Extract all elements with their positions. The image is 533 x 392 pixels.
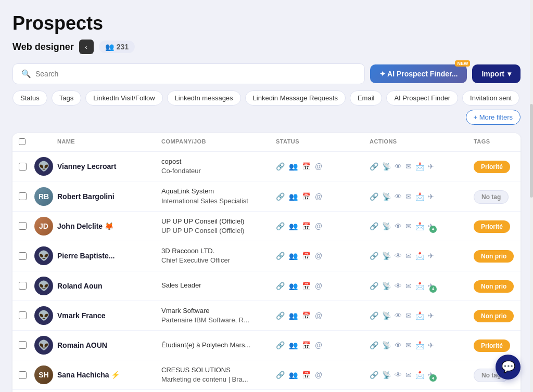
calendar-icon[interactable]: 📅	[302, 341, 311, 349]
action-eye-icon[interactable]: 👁	[395, 192, 402, 201]
at-icon[interactable]: @	[315, 282, 322, 290]
action-rss-icon[interactable]: 📡	[382, 162, 391, 171]
tag-badge[interactable]: Priorité	[474, 339, 510, 352]
action-eye-icon[interactable]: 👁	[395, 222, 402, 230]
action-link-icon[interactable]: 🔗	[370, 162, 378, 171]
search-input[interactable]	[35, 70, 356, 78]
chat-fab-button[interactable]: 💬	[496, 355, 521, 380]
filter-linkedin-visit[interactable]: LinkedIn Visit/Follow	[85, 90, 162, 106]
at-icon[interactable]: @	[315, 162, 322, 171]
action-mail-icon[interactable]: ✉	[405, 282, 412, 290]
action-send-icon[interactable]: ✈	[428, 252, 434, 260]
back-button[interactable]: ‹	[79, 40, 94, 54]
action-inbox-icon[interactable]: 📩	[415, 162, 424, 171]
action-rss-icon[interactable]: 📡	[382, 222, 391, 230]
users-icon[interactable]: 👥	[289, 371, 298, 379]
row-checkbox[interactable]	[19, 222, 27, 230]
tag-badge[interactable]: No tag	[474, 190, 509, 204]
action-rss-icon[interactable]: 📡	[382, 192, 391, 201]
calendar-icon[interactable]: 📅	[302, 371, 311, 379]
action-mail-icon[interactable]: ✉	[405, 252, 412, 260]
action-mail-icon[interactable]: ✉	[405, 311, 412, 320]
action-rss-icon[interactable]: 📡	[382, 341, 391, 349]
action-mail-icon[interactable]: ✉	[405, 162, 412, 171]
tag-badge[interactable]: Priorité	[474, 220, 510, 233]
action-inbox-icon[interactable]: 📩	[415, 222, 424, 230]
users-icon[interactable]: 👥	[289, 282, 298, 290]
action-link-icon[interactable]: 🔗	[370, 341, 378, 349]
calendar-icon[interactable]: 📅	[302, 162, 311, 171]
calendar-icon[interactable]: 📅	[302, 311, 311, 320]
users-icon[interactable]: 👥	[289, 311, 298, 320]
filter-tags[interactable]: Tags	[52, 90, 81, 106]
action-link-icon[interactable]: 🔗	[370, 282, 378, 290]
action-eye-icon[interactable]: 👁	[395, 371, 402, 379]
link-icon[interactable]: 🔗	[276, 192, 285, 201]
at-icon[interactable]: @	[315, 252, 322, 260]
action-rss-icon[interactable]: 📡	[382, 252, 391, 260]
action-send-icon[interactable]: ✈	[428, 341, 434, 349]
action-inbox-icon[interactable]: 📩	[415, 341, 424, 349]
tag-badge[interactable]: Non prio	[474, 280, 514, 293]
calendar-icon[interactable]: 📅	[302, 282, 311, 290]
filter-linkedin-message-requests[interactable]: Linkedin Message Requests	[245, 90, 346, 106]
row-checkbox[interactable]	[19, 252, 27, 260]
action-eye-icon[interactable]: 👁	[395, 311, 402, 320]
at-icon[interactable]: @	[315, 192, 322, 201]
import-button[interactable]: Import ▾	[472, 64, 521, 83]
at-icon[interactable]: @	[315, 371, 322, 379]
action-mail-icon[interactable]: ✉	[405, 371, 412, 379]
calendar-icon[interactable]: 📅	[302, 192, 311, 201]
row-checkbox[interactable]	[19, 192, 27, 200]
at-icon[interactable]: @	[315, 341, 322, 349]
filter-status[interactable]: Status	[12, 90, 47, 106]
at-icon[interactable]: @	[315, 222, 322, 230]
action-rss-icon[interactable]: 📡	[382, 282, 391, 290]
row-checkbox[interactable]	[19, 371, 27, 379]
users-icon[interactable]: 👥	[289, 222, 298, 230]
row-checkbox[interactable]	[19, 163, 27, 171]
action-link-icon[interactable]: 🔗	[370, 222, 378, 230]
link-icon[interactable]: 🔗	[276, 222, 285, 230]
action-inbox-icon[interactable]: 📩	[415, 192, 424, 201]
row-checkbox[interactable]	[19, 282, 27, 290]
ai-prospect-finder-button[interactable]: ✦ AI Prospect Finder... NEW	[370, 64, 467, 83]
action-link-icon[interactable]: 🔗	[370, 371, 378, 379]
action-link-icon[interactable]: 🔗	[370, 311, 378, 320]
action-mail-icon[interactable]: ✉	[405, 192, 412, 201]
link-icon[interactable]: 🔗	[276, 311, 285, 320]
action-mail-icon[interactable]: ✉	[405, 222, 412, 230]
users-icon[interactable]: 👥	[289, 192, 298, 201]
users-icon[interactable]: 👥	[289, 341, 298, 349]
filter-ai-prospect-finder[interactable]: AI Prospect Finder	[386, 90, 458, 106]
action-inbox-icon[interactable]: 📩	[415, 371, 424, 379]
tag-badge[interactable]: Non prio	[474, 250, 514, 263]
action-rss-icon[interactable]: 📡	[382, 311, 391, 320]
calendar-icon[interactable]: 📅	[302, 222, 311, 230]
users-icon[interactable]: 👥	[289, 162, 298, 171]
action-eye-icon[interactable]: 👁	[395, 341, 402, 349]
link-icon[interactable]: 🔗	[276, 282, 285, 290]
row-checkbox[interactable]	[19, 311, 27, 319]
action-send-icon[interactable]: ✈	[428, 192, 434, 201]
action-eye-icon[interactable]: 👁	[395, 252, 402, 260]
action-link-icon[interactable]: 🔗	[370, 192, 378, 201]
link-icon[interactable]: 🔗	[276, 371, 285, 379]
action-mail-icon[interactable]: ✉	[405, 341, 412, 349]
filter-linkedin-messages[interactable]: LinkedIn messages	[167, 90, 241, 106]
action-send-icon[interactable]: ✈	[428, 162, 434, 171]
tag-badge[interactable]: Priorité	[474, 161, 510, 173]
link-icon[interactable]: 🔗	[276, 341, 285, 349]
action-inbox-icon[interactable]: 📩	[415, 282, 424, 290]
calendar-icon[interactable]: 📅	[302, 252, 311, 260]
action-send-icon[interactable]: ✈	[428, 311, 434, 320]
at-icon[interactable]: @	[315, 311, 322, 320]
link-icon[interactable]: 🔗	[276, 162, 285, 171]
scrollbar-thumb[interactable]	[530, 104, 533, 198]
action-eye-icon[interactable]: 👁	[395, 162, 402, 171]
action-inbox-icon[interactable]: 📩	[415, 311, 424, 320]
tag-badge[interactable]: Non prio	[474, 310, 514, 322]
more-filters-button[interactable]: + More filters	[466, 110, 521, 125]
filter-email[interactable]: Email	[350, 90, 383, 106]
scrollbar[interactable]	[530, 0, 533, 392]
